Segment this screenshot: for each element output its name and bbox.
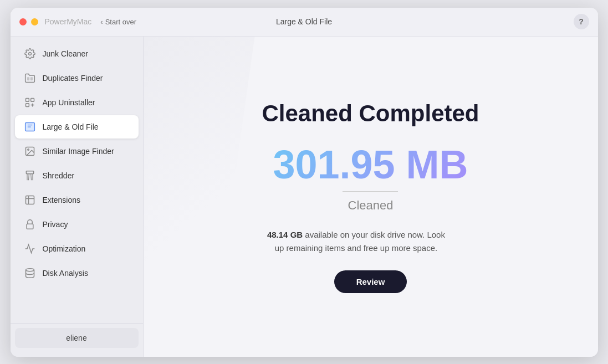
sidebar-label-duplicates-finder: Duplicates Finder [43, 74, 103, 83]
gear-circle-icon [24, 48, 36, 60]
app-icon [24, 96, 36, 109]
sidebar-item-app-uninstaller[interactable]: App Uninstaller [15, 91, 139, 114]
optimization-icon [24, 243, 36, 255]
svg-rect-5 [25, 103, 29, 106]
cleaned-label: Cleaned [262, 198, 479, 213]
title-bar: PowerMyMac ‹ Start over Large & Old File… [11, 8, 598, 37]
sidebar-label-junk-cleaner: Junk Cleaner [43, 49, 89, 58]
svg-rect-10 [27, 224, 33, 229]
sidebar-item-shredder[interactable]: Shredder [15, 164, 139, 187]
sidebar-label-shredder: Shredder [43, 171, 75, 180]
minimize-button[interactable] [31, 18, 38, 25]
sidebar-label-similar-image-finder: Similar Image Finder [43, 147, 114, 156]
app-name: PowerMyMac [45, 17, 92, 26]
traffic-lights [19, 18, 38, 25]
sidebar-label-privacy: Privacy [43, 220, 68, 229]
app-window: PowerMyMac ‹ Start over Large & Old File… [11, 8, 598, 357]
user-button[interactable]: eliene [15, 328, 139, 348]
sidebar-item-disk-analysis[interactable]: Disk Analysis [15, 262, 139, 285]
sidebar-label-extensions: Extensions [43, 196, 80, 204]
svg-rect-9 [26, 171, 33, 173]
svg-rect-1 [27, 77, 29, 80]
svg-rect-4 [30, 98, 34, 101]
sidebar-label-disk-analysis: Disk Analysis [43, 269, 88, 278]
content-area: Cleaned Completed 301.95 MB Cleaned 48.1… [144, 37, 598, 357]
disk-size: 48.14 GB [267, 230, 303, 239]
sidebar-item-extensions[interactable]: Extensions [15, 188, 139, 212]
svg-rect-3 [25, 98, 29, 101]
folder-icon [24, 72, 36, 84]
shredder-icon [24, 170, 36, 182]
disk-info: 48.14 GB available on your disk drive no… [262, 228, 450, 255]
start-over-button[interactable]: ‹ Start over [100, 18, 136, 26]
sidebar-item-privacy[interactable]: Privacy [15, 213, 139, 236]
privacy-icon [24, 218, 36, 230]
sidebar: Junk Cleaner Duplicates Finder [11, 37, 144, 357]
extensions-icon [24, 194, 36, 206]
svg-point-8 [27, 148, 29, 150]
back-icon: ‹ [100, 18, 103, 26]
sidebar-items: Junk Cleaner Duplicates Finder [11, 41, 143, 321]
cleaned-amount: 301.95 MB [262, 145, 479, 184]
svg-point-11 [25, 268, 34, 271]
sidebar-label-optimization: Optimization [43, 244, 86, 253]
content-inner: Cleaned Completed 301.95 MB Cleaned 48.1… [262, 100, 479, 293]
file-icon [24, 121, 36, 133]
sidebar-item-large-old-file[interactable]: Large & Old File [15, 115, 139, 139]
close-button[interactable] [19, 18, 27, 25]
sidebar-item-junk-cleaner[interactable]: Junk Cleaner [15, 42, 139, 65]
sidebar-item-optimization[interactable]: Optimization [15, 237, 139, 260]
disk-icon [24, 267, 36, 279]
sidebar-item-duplicates-finder[interactable]: Duplicates Finder [15, 66, 139, 90]
sidebar-label-app-uninstaller: App Uninstaller [43, 98, 95, 107]
separator-line [343, 191, 398, 192]
main-body: Junk Cleaner Duplicates Finder [11, 37, 598, 357]
sidebar-label-large-old-file: Large & Old File [43, 122, 99, 131]
sidebar-footer: eliene [11, 323, 143, 352]
svg-rect-2 [30, 77, 32, 80]
cleaned-title: Cleaned Completed [262, 100, 479, 127]
svg-point-0 [28, 52, 31, 55]
review-button[interactable]: Review [334, 270, 407, 293]
page-title: Large & Old File [276, 17, 332, 26]
sidebar-item-similar-image-finder[interactable]: Similar Image Finder [15, 140, 139, 163]
help-button[interactable]: ? [574, 14, 589, 29]
image-icon [24, 145, 36, 157]
